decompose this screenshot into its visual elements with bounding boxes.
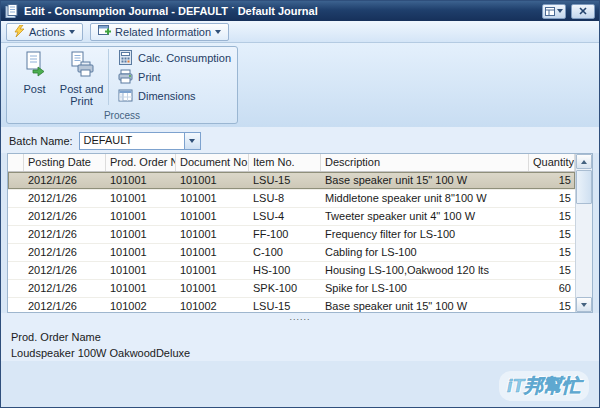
cell[interactable]: 15 <box>529 298 575 312</box>
cell[interactable]: 2012/1/26 <box>24 262 106 279</box>
row-selector[interactable] <box>8 172 24 189</box>
app-window: Edit - Consumption Journal - DEFAULT ˙ D… <box>0 0 600 408</box>
scrollbar-thumb[interactable] <box>576 170 592 204</box>
row-selector[interactable] <box>8 298 24 312</box>
cell[interactable]: 101002 <box>106 298 176 312</box>
column-header[interactable]: Posting Date <box>24 154 106 171</box>
row-selector[interactable] <box>8 244 24 261</box>
column-header[interactable]: Quantity <box>529 154 575 171</box>
dimensions-button[interactable]: Dimensions <box>114 87 235 105</box>
cell[interactable]: 101001 <box>176 208 249 225</box>
post-and-print-button[interactable]: Post and Print <box>58 49 105 109</box>
cell[interactable]: 101001 <box>176 172 249 189</box>
related-information-menu-label: Related Information <box>115 26 211 38</box>
row-selector[interactable] <box>8 190 24 207</box>
cell[interactable]: 15 <box>529 208 575 225</box>
arrow-down-icon <box>581 303 587 307</box>
table-row[interactable]: 2012/1/26101001101001LSU-8Middletone spe… <box>8 190 575 208</box>
post-button-label: Post <box>24 83 46 96</box>
cell[interactable]: 2012/1/26 <box>24 298 106 312</box>
table-row[interactable]: 2012/1/26101001101001C-100Cabling for LS… <box>8 244 575 262</box>
cell[interactable]: 15 <box>529 226 575 243</box>
cell[interactable]: 2012/1/26 <box>24 208 106 225</box>
vertical-scrollbar[interactable] <box>575 154 592 312</box>
cell[interactable]: 2012/1/26 <box>24 280 106 297</box>
row-selector-header <box>8 154 24 171</box>
table-row[interactable]: 2012/1/26101001101001SPK-100Spike for LS… <box>8 280 575 298</box>
column-header[interactable]: Description <box>321 154 529 171</box>
table-row[interactable]: 2012/1/26101001101001LSU-4Tweeter speake… <box>8 208 575 226</box>
cell[interactable]: 2012/1/26 <box>24 190 106 207</box>
cell[interactable]: 101001 <box>106 280 176 297</box>
cell[interactable]: 15 <box>529 190 575 207</box>
cell[interactable]: 101001 <box>106 172 176 189</box>
cell[interactable]: Middletone speaker unit 8"100 W <box>321 190 529 207</box>
row-selector[interactable] <box>8 262 24 279</box>
cell[interactable]: Cabling for LS-100 <box>321 244 529 261</box>
cell[interactable]: 101001 <box>106 226 176 243</box>
table-row[interactable]: 2012/1/26101001101001LSU-15Base speaker … <box>8 172 575 190</box>
row-selector[interactable] <box>8 280 24 297</box>
post-button[interactable]: Post <box>11 49 58 109</box>
cell[interactable]: Frequency filter for LS-100 <box>321 226 529 243</box>
cell[interactable]: 2012/1/26 <box>24 172 106 189</box>
column-header[interactable]: Item No. <box>249 154 321 171</box>
cell[interactable]: HS-100 <box>249 262 321 279</box>
ribbon-small-buttons: Calc. Consumption Print Dimensions <box>108 49 235 105</box>
cell[interactable]: SPK-100 <box>249 280 321 297</box>
row-selector[interactable] <box>8 208 24 225</box>
scroll-up-button[interactable] <box>576 154 592 169</box>
cell[interactable]: Spike for LS-100 <box>321 280 529 297</box>
related-info-icon <box>98 25 111 39</box>
cell[interactable]: Tweeter speaker unit 4" 100 W <box>321 208 529 225</box>
close-button[interactable] <box>571 4 595 19</box>
cell[interactable]: 101001 <box>106 262 176 279</box>
cell[interactable]: 60 <box>529 280 575 297</box>
cell[interactable]: 15 <box>529 172 575 189</box>
table-row[interactable]: 2012/1/26101001101001FF-100Frequency fil… <box>8 226 575 244</box>
related-information-menu-button[interactable]: Related Information <box>90 23 229 41</box>
ribbon-group-process: Post Post and Print Calc. Consumption <box>6 46 238 124</box>
cell[interactable]: C-100 <box>249 244 321 261</box>
cell[interactable]: 101001 <box>106 190 176 207</box>
cell[interactable]: 101001 <box>176 244 249 261</box>
cell[interactable]: FF-100 <box>249 226 321 243</box>
cell[interactable]: 15 <box>529 262 575 279</box>
chevron-down-icon <box>215 30 221 34</box>
batch-name-dropdown-button[interactable] <box>184 133 200 149</box>
actions-menu-button[interactable]: Actions <box>6 23 83 41</box>
ribbon: Post Post and Print Calc. Consumption <box>1 43 599 127</box>
calc-consumption-label: Calc. Consumption <box>138 52 231 64</box>
cell[interactable]: 2012/1/26 <box>24 226 106 243</box>
cell[interactable]: 2012/1/26 <box>24 244 106 261</box>
cell[interactable]: 101001 <box>176 280 249 297</box>
cell[interactable]: Base speaker unit 15" 100 W <box>321 298 529 312</box>
table-row[interactable]: 2012/1/26101001101001HS-100Housing LS-10… <box>8 262 575 280</box>
row-selector[interactable] <box>8 226 24 243</box>
cell[interactable]: Housing LS-100,Oakwood 120 lts <box>321 262 529 279</box>
cell[interactable]: Base speaker unit 15" 100 W <box>321 172 529 189</box>
print-button[interactable]: Print <box>114 68 235 86</box>
cell[interactable]: LSU-4 <box>249 208 321 225</box>
batch-name-combobox[interactable]: DEFAULT <box>79 132 201 150</box>
cell[interactable]: 101001 <box>176 226 249 243</box>
window-menu-button[interactable] <box>542 4 566 19</box>
cell[interactable]: 15 <box>529 244 575 261</box>
cell[interactable]: 101001 <box>106 208 176 225</box>
column-header[interactable]: Document No. <box>176 154 249 171</box>
watermark-logo: iT邦幫忙 <box>499 371 589 401</box>
cell[interactable]: 101001 <box>176 262 249 279</box>
cell[interactable]: LSU-15 <box>249 298 321 312</box>
prod-order-name-value: Loudspeaker 100W OakwoodDeluxe <box>11 345 589 361</box>
cell[interactable]: 101001 <box>106 244 176 261</box>
batch-name-value[interactable]: DEFAULT <box>80 133 184 149</box>
cell[interactable]: LSU-8 <box>249 190 321 207</box>
printer-icon <box>118 69 133 86</box>
cell[interactable]: 101001 <box>176 190 249 207</box>
cell[interactable]: 101002 <box>176 298 249 312</box>
table-row[interactable]: 2012/1/26101002101002LSU-15Base speaker … <box>8 298 575 312</box>
cell[interactable]: LSU-15 <box>249 172 321 189</box>
scroll-down-button[interactable] <box>576 297 592 312</box>
calc-consumption-button[interactable]: Calc. Consumption <box>114 49 235 67</box>
column-header[interactable]: Prod. Order No. <box>106 154 176 171</box>
